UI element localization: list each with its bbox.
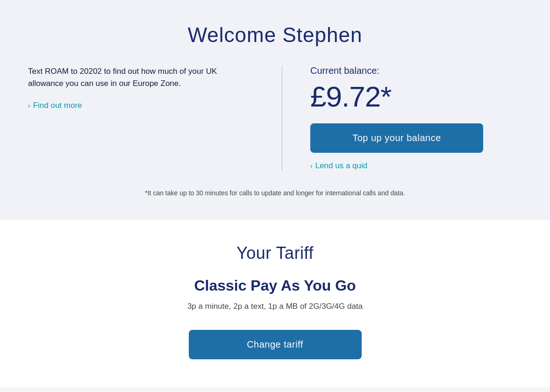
tariff-description: 3p a minute, 2p a text, 1p a MB of 2G/3G… [28,302,522,311]
vertical-divider [282,65,282,171]
tariff-name: Classic Pay As You Go [28,277,522,294]
your-tariff-heading: Your Tariff [28,243,522,263]
change-tariff-button[interactable]: Change tariff [189,330,362,359]
balance-amount: £9.72* [310,80,522,113]
disclaimer-text: *It can take up to 30 minutes for calls … [28,189,522,201]
balance-info-row: Text ROAM to 20202 to find out how much … [28,65,522,171]
find-out-more-link[interactable]: › Find out more [28,100,82,112]
welcome-heading: Welcome Stephen [28,14,522,65]
balance-section: Current balance: £9.72* Top up your bala… [306,65,522,171]
find-out-more-label: Find out more [33,100,82,112]
top-up-button[interactable]: Top up your balance [310,123,483,153]
chevron-icon: › [28,101,30,111]
lend-quid-chevron-icon: › [310,162,313,170]
top-section: Welcome Stephen Text ROAM to 20202 to fi… [0,0,550,220]
bottom-section: Your Tariff Classic Pay As You Go 3p a m… [0,220,550,387]
lend-quid-label: Lend us a quid [315,161,368,171]
roam-text: Text ROAM to 20202 to find out how much … [28,65,240,90]
current-balance-label: Current balance: [310,65,522,76]
roam-text-section: Text ROAM to 20202 to find out how much … [28,65,258,112]
lend-us-a-quid-link[interactable]: › Lend us a quid [310,161,367,171]
